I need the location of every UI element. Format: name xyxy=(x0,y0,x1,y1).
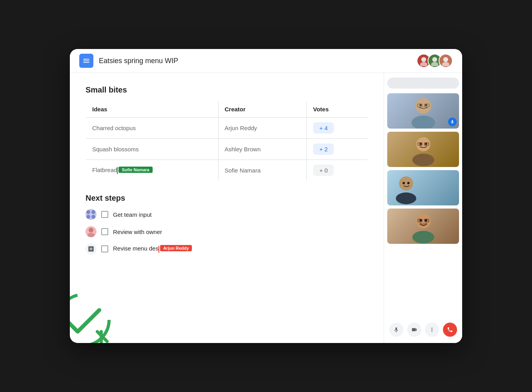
table-row: FlatbreadSofie Namara Sofie Namara + 0 xyxy=(86,160,368,181)
creator-sofie-namara: Sofie Namara xyxy=(218,160,306,181)
svg-point-14 xyxy=(416,137,430,151)
svg-point-0 xyxy=(421,57,426,62)
svg-point-16 xyxy=(419,143,422,145)
col-header-votes: Votes xyxy=(307,101,368,118)
task-text-1: Get team input xyxy=(113,211,151,218)
checkbox-2[interactable] xyxy=(101,228,108,235)
vote-squash-blossoms[interactable]: + 2 xyxy=(307,139,368,160)
svg-point-27 xyxy=(425,219,427,221)
svg-point-3 xyxy=(431,62,439,66)
vote-button-3[interactable]: + 0 xyxy=(313,165,334,176)
task-avatar-group xyxy=(86,209,97,220)
mic-button[interactable] xyxy=(389,323,403,337)
svg-point-4 xyxy=(443,57,448,62)
cursor-tooltip-arjun: Arjun Reddy xyxy=(160,245,192,251)
idea-squash-blossoms: Squash blossoms xyxy=(86,139,219,160)
collaborator-avatars xyxy=(417,54,453,68)
svg-point-26 xyxy=(419,219,422,221)
section-next-steps-title: Next steps xyxy=(86,194,368,203)
svg-point-9 xyxy=(412,116,435,129)
vote-button-2[interactable]: + 2 xyxy=(313,143,334,155)
svg-point-22 xyxy=(403,182,405,184)
table-row: Charred octopus Arjun Reddy + 4 xyxy=(86,118,368,139)
table-row: Squash blossoms Ashley Brown + 2 xyxy=(86,139,368,160)
checkbox-3[interactable] xyxy=(101,245,108,252)
svg-point-23 xyxy=(407,182,410,184)
active-speaker-badge xyxy=(448,118,457,126)
vote-flatbread[interactable]: + 0 xyxy=(307,160,368,181)
svg-point-2 xyxy=(432,57,437,62)
creator-ashley-brown: Ashley Brown xyxy=(218,139,306,160)
cursor-sofie xyxy=(117,167,118,174)
ideas-table: Ideas Creator Votes Charred octopus Arju… xyxy=(86,101,368,181)
document-title: Eatsies spring menu WIP xyxy=(99,57,178,65)
video-thumb-3 xyxy=(387,170,459,205)
video-thumb-2 xyxy=(387,132,459,167)
video-thumb-1 xyxy=(387,93,459,129)
svg-point-8 xyxy=(415,98,431,114)
task-item-2: Review with owner xyxy=(86,226,368,237)
vote-button-1[interactable]: + 4 xyxy=(313,122,334,134)
idea-flatbread: FlatbreadSofie Namara xyxy=(86,160,219,181)
svg-point-25 xyxy=(412,231,434,243)
svg-point-1 xyxy=(420,62,428,66)
section-small-bites-title: Small bites xyxy=(86,85,368,94)
vote-charred-octopus[interactable]: + 4 xyxy=(307,118,368,139)
task-text-3: Revise menu desArjun Reddy xyxy=(113,245,192,252)
checkbox-1[interactable] xyxy=(101,211,108,218)
cursor-arjun xyxy=(159,246,159,253)
task-item-3: Revise menu desArjun Reddy xyxy=(86,243,368,254)
task-avatar-single xyxy=(86,226,97,237)
main-layout: Small bites Ideas Creator Votes Charred … xyxy=(70,73,462,343)
video-search-bar xyxy=(387,78,459,89)
video-controls xyxy=(387,319,459,338)
col-header-ideas: Ideas xyxy=(86,101,219,118)
svg-point-17 xyxy=(425,143,427,145)
avatar-user3[interactable] xyxy=(439,54,453,68)
video-thumb-4 xyxy=(387,209,459,244)
svg-point-7 xyxy=(87,233,95,237)
end-call-button[interactable] xyxy=(443,323,457,337)
svg-point-15 xyxy=(412,154,434,166)
task-text-2: Review with owner xyxy=(113,229,162,235)
more-options-button[interactable] xyxy=(425,323,439,337)
task-avatar-add xyxy=(86,243,97,254)
svg-point-20 xyxy=(399,176,413,191)
cursor-tooltip-sofie: Sofie Namara xyxy=(118,167,152,173)
svg-point-21 xyxy=(396,192,416,204)
camera-button[interactable] xyxy=(407,323,421,337)
app-window: Eatsies spring menu WIP Small bites Idea… xyxy=(70,49,462,343)
header-left: Eatsies spring menu WIP xyxy=(79,54,178,68)
video-panel xyxy=(384,73,462,343)
col-header-creator: Creator xyxy=(218,101,306,118)
doc-icon xyxy=(79,54,93,68)
svg-point-6 xyxy=(89,228,93,232)
svg-point-5 xyxy=(442,62,450,66)
idea-charred-octopus: Charred octopus xyxy=(86,118,219,139)
task-item-1: Get team input xyxy=(86,209,368,220)
document-area: Small bites Ideas Creator Votes Charred … xyxy=(70,73,384,343)
header: Eatsies spring menu WIP xyxy=(70,49,462,73)
creator-arjun-reddy: Arjun Reddy xyxy=(218,118,306,139)
